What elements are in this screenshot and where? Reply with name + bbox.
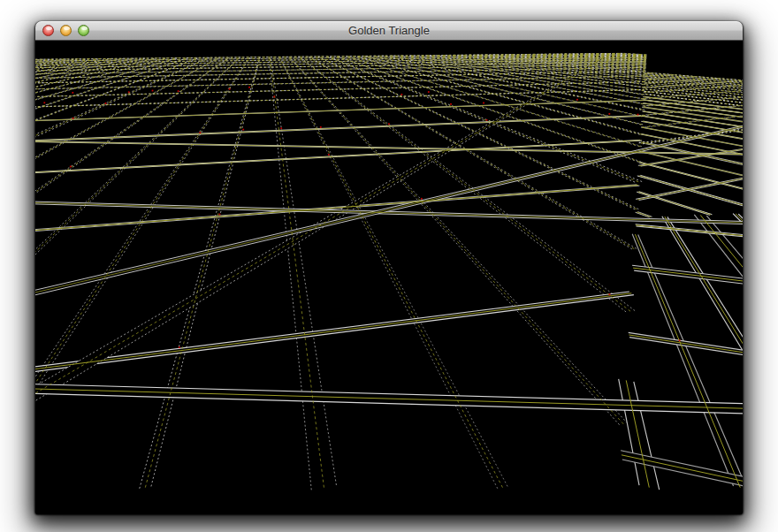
window-titlebar[interactable]: Golden Triangle bbox=[35, 21, 743, 41]
map-canvas[interactable] bbox=[35, 41, 743, 514]
app-window: Golden Triangle bbox=[35, 21, 743, 513]
window-title: Golden Triangle bbox=[35, 21, 743, 40]
